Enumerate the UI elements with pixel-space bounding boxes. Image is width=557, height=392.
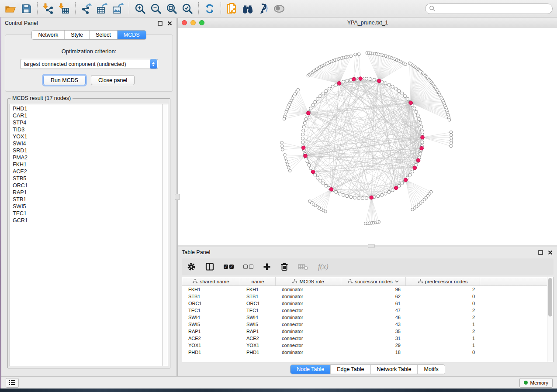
table-cell[interactable]: 46 xyxy=(341,314,406,321)
table-cell[interactable]: 31 xyxy=(341,335,406,342)
mcds-result-item[interactable]: TEC1 xyxy=(13,210,159,217)
export-image-button[interactable] xyxy=(111,2,125,16)
table-cell[interactable]: 1 xyxy=(406,321,480,328)
table-cell[interactable]: 43 xyxy=(341,321,406,328)
table-cell[interactable]: 2 xyxy=(406,314,480,321)
close-window-button[interactable] xyxy=(182,20,187,25)
column-header-shared-name[interactable]: shared name xyxy=(182,277,240,285)
delete-row-button[interactable] xyxy=(280,261,289,272)
tab-node-table[interactable]: Node Table xyxy=(291,365,331,374)
table-cell[interactable]: 0 xyxy=(406,300,480,307)
table-cell[interactable]: connector xyxy=(276,342,341,349)
mcds-result-item[interactable]: STB5 xyxy=(13,175,159,182)
refresh-button[interactable] xyxy=(203,2,217,16)
tab-mcds[interactable]: MCDS xyxy=(118,31,146,39)
table-cell[interactable]: TEC1 xyxy=(240,307,276,314)
show-panels-button[interactable] xyxy=(6,378,19,388)
table-splitter[interactable] xyxy=(178,245,557,247)
search-box[interactable] xyxy=(425,3,553,14)
mcds-result-item[interactable]: STP4 xyxy=(13,119,159,126)
maximize-window-button[interactable] xyxy=(199,20,204,25)
table-row[interactable]: TEC1TEC1connector472 xyxy=(182,307,547,314)
table-row[interactable]: SWI4SWI4dominator462 xyxy=(182,314,547,321)
search-input[interactable] xyxy=(436,5,549,12)
table-cell[interactable]: dominator xyxy=(276,328,341,335)
zoom-in-button[interactable] xyxy=(133,2,147,16)
zoom-selected-button[interactable] xyxy=(180,2,194,16)
mcds-result-item[interactable]: PMA2 xyxy=(13,154,159,161)
save-session-button[interactable] xyxy=(19,2,33,16)
table-cell[interactable]: STB1 xyxy=(182,293,240,300)
table-cell[interactable]: ORC1 xyxy=(182,300,240,307)
table-row[interactable]: ACE2ACE2connector311 xyxy=(182,335,547,342)
table-row[interactable]: STB1STB1dominator620 xyxy=(182,293,547,300)
export-table-button[interactable] xyxy=(95,2,109,16)
table-cell[interactable]: SWI5 xyxy=(240,321,276,328)
table-cell[interactable]: 62 xyxy=(341,293,406,300)
column-header-name[interactable]: name xyxy=(240,277,276,285)
tab-motifs[interactable]: Motifs xyxy=(418,365,444,374)
table-cell[interactable]: 0 xyxy=(406,293,480,300)
table-cell[interactable]: connector xyxy=(276,335,341,342)
splitter-handle-icon[interactable] xyxy=(175,194,180,200)
memory-button[interactable]: Memory xyxy=(519,378,553,388)
float-table-panel-button[interactable] xyxy=(537,249,544,256)
tab-network-table[interactable]: Network Table xyxy=(371,365,418,374)
column-header-successor-nodes[interactable]: successor nodes xyxy=(341,277,406,285)
show-columns-button[interactable] xyxy=(204,261,215,272)
select-all-button[interactable]: ✓✓ xyxy=(223,264,235,270)
mcds-result-item[interactable]: CAR1 xyxy=(13,112,159,119)
table-cell[interactable]: TEC1 xyxy=(182,307,240,314)
table-cell[interactable]: STB1 xyxy=(240,293,276,300)
network-canvas[interactable] xyxy=(178,28,557,245)
table-cell[interactable]: 2 xyxy=(406,328,480,335)
table-cell[interactable]: SWI4 xyxy=(182,314,240,321)
table-cell[interactable]: dominator xyxy=(276,300,341,307)
column-header-MCDS-role[interactable]: MCDS role xyxy=(276,277,341,285)
table-cell[interactable]: 2 xyxy=(406,286,480,293)
scrollbar-thumb[interactable] xyxy=(548,278,552,316)
table-cell[interactable]: dominator xyxy=(276,293,341,300)
table-options-button[interactable] xyxy=(186,261,197,272)
zoom-fit-button[interactable] xyxy=(165,2,179,16)
table-cell[interactable]: connector xyxy=(276,307,341,314)
toggle-graphics-details-button[interactable] xyxy=(256,2,270,16)
table-row[interactable]: YOX1YOX1connector291 xyxy=(182,342,547,349)
import-table-button[interactable] xyxy=(57,2,71,16)
table-scrollbar[interactable] xyxy=(547,277,553,362)
table-row[interactable]: PHD1PHD1dominator180 xyxy=(182,349,547,356)
table-row[interactable]: SWI5SWI5connector431 xyxy=(182,321,547,328)
panel-splitter[interactable] xyxy=(176,18,178,376)
column-header-predecessor-nodes[interactable]: predecessor nodes xyxy=(406,277,480,285)
close-mcds-panel-button[interactable]: Close panel xyxy=(91,75,135,85)
mcds-result-item[interactable]: YOX1 xyxy=(13,133,159,140)
table-cell[interactable]: connector xyxy=(276,321,341,328)
table-cell[interactable]: 47 xyxy=(341,307,406,314)
float-panel-button[interactable] xyxy=(156,20,163,27)
tab-network[interactable]: Network xyxy=(32,31,65,39)
table-cell[interactable]: 29 xyxy=(341,342,406,349)
table-cell[interactable]: FKH1 xyxy=(240,286,276,293)
table-cell[interactable]: 2 xyxy=(406,307,480,314)
mcds-result-item[interactable]: GCR1 xyxy=(13,217,159,224)
export-network-button[interactable] xyxy=(80,2,93,16)
mcds-result-item[interactable]: SRD1 xyxy=(13,147,159,154)
table-cell[interactable]: PHD1 xyxy=(240,349,276,356)
table-cell[interactable]: dominator xyxy=(276,286,341,293)
run-mcds-button[interactable]: Run MCDS xyxy=(43,75,86,85)
table-cell[interactable]: RAP1 xyxy=(182,328,240,335)
table-cell[interactable]: dominator xyxy=(276,349,341,356)
close-panel-button[interactable] xyxy=(166,20,173,27)
table-cell[interactable]: dominator xyxy=(276,314,341,321)
share-network-document-button[interactable] xyxy=(225,2,239,16)
table-cell[interactable]: ORC1 xyxy=(240,300,276,307)
table-cell[interactable]: 61 xyxy=(341,300,406,307)
table-row[interactable]: FKH1FKH1dominator962 xyxy=(182,286,547,293)
table-cell[interactable]: ACE2 xyxy=(182,335,240,342)
mcds-result-item[interactable]: SWI5 xyxy=(13,203,159,210)
mcds-result-item[interactable]: SWI4 xyxy=(13,140,159,147)
table-splitter-handle-icon[interactable] xyxy=(368,244,375,248)
tab-style[interactable]: Style xyxy=(65,31,90,39)
minimize-window-button[interactable] xyxy=(190,20,196,25)
mcds-result-item[interactable]: STB1 xyxy=(13,196,159,203)
